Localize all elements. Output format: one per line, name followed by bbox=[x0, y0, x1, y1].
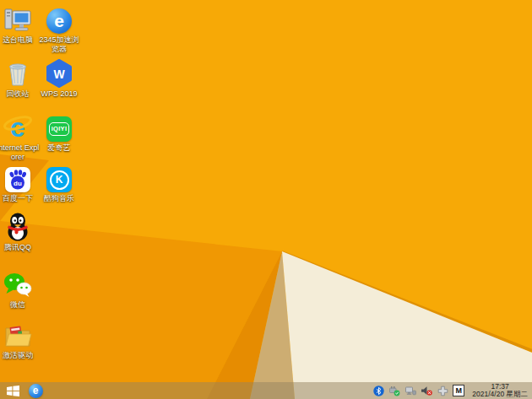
icon-label: 回收站 bbox=[0, 89, 41, 99]
volume-muted-icon[interactable] bbox=[421, 385, 432, 396]
iqiyi-icon: iQIYI bbox=[46, 113, 72, 142]
input-method-cross-icon[interactable] bbox=[437, 385, 448, 396]
icon-label: 2345加速浏览器 bbox=[39, 35, 79, 54]
icon-label: Internet Explorer bbox=[0, 143, 41, 162]
desktop-icon-wechat[interactable]: 微信 bbox=[0, 270, 41, 310]
browser-2345-icon: e bbox=[46, 5, 72, 34]
desktop-icon-wps-2019[interactable]: W WPS 2019 bbox=[36, 59, 82, 99]
system-tray: M bbox=[372, 385, 468, 396]
kugou-music-icon: K bbox=[46, 164, 72, 192]
desktop-icon-kugou-music[interactable]: K 酷狗音乐 bbox=[36, 164, 82, 203]
desktop-icon-baidu[interactable]: du 百度一下 bbox=[0, 164, 41, 203]
icon-label: 微信 bbox=[0, 300, 41, 310]
desktop-icon-this-pc[interactable]: 这台电脑 bbox=[0, 5, 41, 45]
svg-text:W: W bbox=[53, 67, 65, 81]
desktop-icon-iqiyi[interactable]: iQIYI 爱奇艺 bbox=[36, 113, 82, 153]
taskbar: e bbox=[0, 382, 532, 399]
icon-label: 腾讯QQ bbox=[0, 243, 41, 252]
browser-2345-icon: e bbox=[29, 384, 43, 398]
icon-label: 爱奇艺 bbox=[36, 143, 82, 153]
desktop-icon-recycle-bin[interactable]: 回收站 bbox=[0, 59, 41, 99]
desktop-icon-activation-folder[interactable]: 激活驱动 bbox=[0, 321, 41, 360]
taskbar-clock[interactable]: 17:37 2021/4/20 星期二 bbox=[472, 383, 532, 399]
icon-label: 激活驱动 bbox=[0, 351, 41, 360]
this-pc-icon bbox=[3, 5, 32, 34]
icon-label: WPS 2019 bbox=[36, 89, 82, 99]
safely-remove-hardware-icon[interactable] bbox=[388, 385, 400, 396]
icon-label: 酷狗音乐 bbox=[36, 194, 82, 203]
icon-label: 百度一下 bbox=[0, 194, 41, 203]
taskbar-pinned-browser-2345[interactable]: e bbox=[25, 382, 46, 399]
icon-label: 这台电脑 bbox=[0, 35, 41, 45]
baidu-icon: du bbox=[5, 164, 30, 192]
windows-logo-icon bbox=[7, 386, 19, 396]
desktop-icon-browser-2345[interactable]: e 2345加速浏览器 bbox=[36, 5, 82, 54]
ime-language-m-icon[interactable]: M bbox=[453, 385, 464, 396]
clock-date: 2021/4/20 星期二 bbox=[472, 391, 528, 399]
start-button[interactable] bbox=[0, 382, 25, 399]
desktop: 这台电脑 e 2345加速浏览器 回收站 W WPS 2019 bbox=[0, 0, 532, 399]
bluetooth-icon[interactable] bbox=[372, 385, 384, 396]
wechat-icon bbox=[3, 270, 32, 299]
svg-text:du: du bbox=[14, 180, 22, 187]
network-icon[interactable] bbox=[404, 385, 416, 396]
activation-folder-icon bbox=[3, 321, 32, 349]
desktop-icon-tencent-qq[interactable]: 腾讯QQ bbox=[0, 213, 41, 252]
recycle-bin-icon bbox=[4, 59, 31, 88]
internet-explorer-icon: e bbox=[3, 113, 32, 142]
wps-2019-icon: W bbox=[46, 59, 73, 88]
desktop-icon-internet-explorer[interactable]: e Internet Explorer bbox=[0, 113, 41, 162]
tencent-qq-icon bbox=[3, 213, 32, 241]
